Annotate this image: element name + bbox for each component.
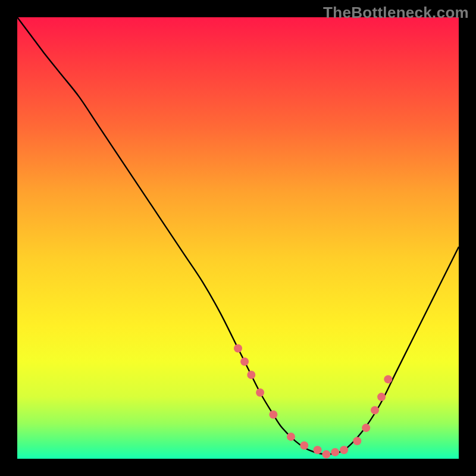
chart-frame: TheBottleneck.com <box>0 0 476 476</box>
chart-plot-area <box>17 17 459 459</box>
watermark-text: TheBottleneck.com <box>323 4 469 22</box>
